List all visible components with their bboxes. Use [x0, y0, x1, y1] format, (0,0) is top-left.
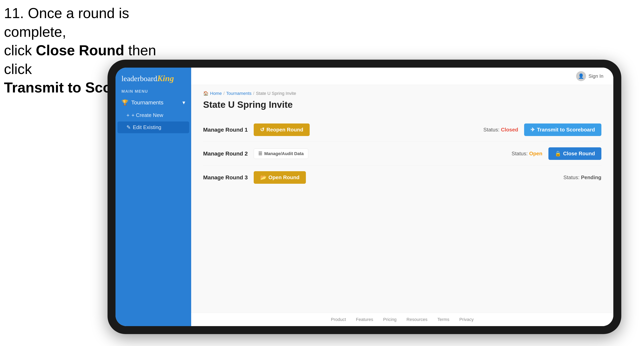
- plus-icon: +: [126, 112, 130, 118]
- reopen-round-button[interactable]: ↺ Reopen Round: [254, 124, 310, 136]
- audit-icon: ☰: [258, 151, 262, 156]
- footer-product[interactable]: Product: [331, 317, 346, 322]
- round-1-title: Manage Round 1: [203, 127, 248, 133]
- footer-features[interactable]: Features: [356, 317, 373, 322]
- breadcrumb-current: State U Spring Invite: [256, 91, 296, 96]
- round-2-right: Status: Open 🔒 Close Round: [512, 147, 602, 160]
- sidebar-nav: 🏆 Tournaments ▾ + + Create New ✎ Edit Ex…: [116, 95, 191, 135]
- round-3-title: Manage Round 3: [203, 174, 248, 181]
- close-round-button[interactable]: 🔒 Close Round: [548, 147, 602, 160]
- footer-pricing[interactable]: Pricing: [383, 317, 396, 322]
- instruction-bold1: Close Round: [36, 42, 124, 58]
- round-1-left: Manage Round 1 ↺ Reopen Round: [203, 124, 310, 136]
- open-round-label: Open Round: [268, 174, 300, 180]
- sign-in-label[interactable]: Sign In: [588, 73, 604, 79]
- avatar: 👤: [576, 71, 586, 81]
- round-3-status: Status: Pending: [563, 174, 602, 180]
- reopen-icon: ↺: [260, 127, 264, 133]
- sidebar-item-tournaments[interactable]: 🏆 Tournaments ▾: [116, 96, 191, 109]
- top-bar: 👤 Sign In: [191, 68, 613, 85]
- footer: Product Features Pricing Resources Terms…: [191, 313, 613, 326]
- edit-icon: ✎: [126, 124, 131, 131]
- logo-leaderboard: leaderboard: [122, 74, 157, 83]
- round-3-status-value: Pending: [581, 174, 602, 180]
- trophy-icon: 🏆: [122, 99, 128, 106]
- breadcrumb-sep2: /: [253, 91, 254, 96]
- manage-audit-button[interactable]: ☰ Manage/Audit Data: [254, 149, 308, 159]
- tournaments-left: 🏆 Tournaments: [122, 99, 164, 106]
- round-2-status-value: Open: [529, 151, 542, 157]
- lock-icon: 🔒: [555, 151, 561, 157]
- transmit-label: Transmit to Scoreboard: [537, 127, 595, 133]
- round-3-right: Status: Pending: [563, 174, 602, 180]
- round-2-row: Manage Round 2 ☰ Manage/Audit Data Statu…: [203, 142, 602, 166]
- sign-in-area: 👤 Sign In: [576, 71, 604, 81]
- round-1-right: Status: Closed ✈ Transmit to Scoreboard: [483, 124, 602, 136]
- open-round-button[interactable]: 📂 Open Round: [254, 171, 306, 184]
- footer-resources[interactable]: Resources: [406, 317, 427, 322]
- user-icon: 👤: [578, 73, 584, 79]
- logo-king: King: [157, 74, 174, 83]
- tablet-screen: leaderboardKing MAIN MENU 🏆 Tournaments …: [116, 68, 613, 326]
- app-container: leaderboardKing MAIN MENU 🏆 Tournaments …: [116, 68, 613, 326]
- footer-privacy[interactable]: Privacy: [459, 317, 474, 322]
- main-menu-label: MAIN MENU: [116, 87, 191, 95]
- round-2-title: Manage Round 2: [203, 151, 248, 157]
- close-round-label: Close Round: [563, 151, 595, 157]
- sidebar: leaderboardKing MAIN MENU 🏆 Tournaments …: [116, 68, 191, 326]
- instruction-line1: 11. Once a round is complete,: [4, 5, 129, 40]
- breadcrumb-icon: 🏠: [203, 91, 208, 96]
- round-3-row: Manage Round 3 📂 Open Round Status: Pend…: [203, 166, 602, 189]
- logo: leaderboardKing: [122, 74, 185, 83]
- breadcrumb-sep1: /: [224, 91, 224, 96]
- breadcrumb: 🏠 Home / Tournaments / State U Spring In…: [203, 91, 602, 96]
- content-area: 🏠 Home / Tournaments / State U Spring In…: [191, 85, 613, 313]
- round-1-status-value: Closed: [501, 127, 518, 133]
- logo-area: leaderboardKing: [116, 68, 191, 87]
- manage-audit-label: Manage/Audit Data: [264, 151, 304, 156]
- breadcrumb-home[interactable]: Home: [210, 91, 222, 96]
- round-1-status: Status: Closed: [483, 127, 518, 133]
- main-content: 👤 Sign In 🏠 Home / Tournaments / State U: [191, 68, 613, 326]
- transmit-to-scoreboard-button[interactable]: ✈ Transmit to Scoreboard: [524, 124, 602, 136]
- reopen-round-label: Reopen Round: [266, 127, 303, 133]
- round-3-left: Manage Round 3 📂 Open Round: [203, 171, 306, 184]
- round-2-status: Status: Open: [512, 151, 542, 157]
- edit-existing-label: Edit Existing: [133, 124, 161, 131]
- sidebar-item-edit-existing[interactable]: ✎ Edit Existing: [118, 122, 189, 133]
- open-icon: 📂: [260, 174, 266, 180]
- round-1-row: Manage Round 1 ↺ Reopen Round Status: Cl…: [203, 118, 602, 142]
- sidebar-item-create-new[interactable]: + + Create New: [116, 109, 191, 121]
- create-new-label: + Create New: [132, 112, 163, 118]
- transmit-icon: ✈: [530, 127, 535, 133]
- tablet-device: leaderboardKing MAIN MENU 🏆 Tournaments …: [108, 60, 621, 334]
- chevron-down-icon: ▾: [182, 99, 185, 106]
- footer-terms[interactable]: Terms: [438, 317, 450, 322]
- tournaments-label: Tournaments: [131, 99, 164, 106]
- breadcrumb-tournaments[interactable]: Tournaments: [226, 91, 252, 96]
- round-2-left: Manage Round 2 ☰ Manage/Audit Data: [203, 149, 308, 159]
- page-title: State U Spring Invite: [203, 99, 602, 110]
